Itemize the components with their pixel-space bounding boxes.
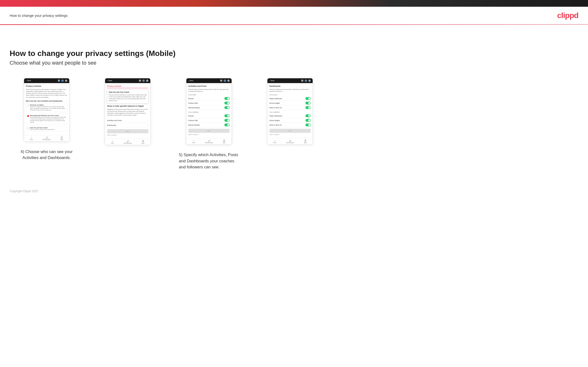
phone-1: ‹ Back 🔍 👤 ⚙ Privacy Controls Control ho… [24,78,69,142]
followers-manual-toggle[interactable] [224,124,230,126]
search-icon-4[interactable]: 🔍 [301,80,303,82]
followers-player-dash-toggle[interactable] [305,114,311,117]
phone-3-content: Activities and Posts Select the types of… [186,83,232,138]
home-icon-2: ⌂ [112,140,113,142]
screen4-save[interactable]: Save [269,129,311,133]
popup-title: Only You and Your Coach [109,91,147,93]
followers-drills-toggle[interactable] [224,119,230,122]
settings-icon-4[interactable]: ⚙ [308,80,311,82]
menu-icon-3: ☰ [223,140,225,142]
nav-performance-2[interactable]: 📈 My Performance [124,140,132,144]
toggle-followers-round-insights[interactable]: Round Insights [269,118,311,123]
settings-icon[interactable]: ⚙ [65,80,67,82]
link-dashboards[interactable]: Dashboards › [107,123,148,128]
toggle-coaches-round-insights[interactable]: Round Insights [269,101,311,105]
radio-everyone-text: Everyone on Clippd Everyone on Clippd ca… [30,104,66,111]
coaches-round-insights-toggle[interactable] [305,102,311,104]
coaches-rounds-toggle[interactable] [224,97,230,100]
search-icon-3[interactable]: 🔍 [220,80,223,82]
nav-menu-1[interactable]: ☰ Menu [61,136,63,140]
radio-option-coach[interactable]: Only You and Your Coach Only you and the… [26,126,67,132]
screen-group-1: ‹ Back 🔍 👤 ⚙ Privacy Controls Control ho… [10,78,84,161]
performance-label-3: My Performance [205,142,213,143]
search-icon[interactable]: 🔍 [58,80,60,82]
radio-option-followers[interactable]: Only Approved Followers and Your Coach O… [26,114,67,125]
person-icon[interactable]: 👤 [61,80,64,82]
link-activities[interactable]: Activities and Posts › [107,118,148,123]
nav-performance-3[interactable]: 📈 My Performance [205,140,213,143]
footer: Copyright Clippd 2022 [0,185,588,198]
nav-home-3[interactable]: ⌂ Home [192,140,195,143]
screen2-save[interactable]: Save [107,129,148,133]
phone-3-nav: ‹ Back 🔍 👤 ⚙ [186,78,232,83]
toggle-coaches-player-dash[interactable]: Player Dashboard [269,96,311,101]
phone-3-back[interactable]: ‹ Back [188,80,193,82]
toggle-coaches-manual[interactable]: Manual Activities [188,105,230,110]
screen4-followers-label: FOLLOWERS [269,111,311,113]
followers-round-insights-toggle[interactable] [305,119,311,122]
screen-group-4: ‹ Back 🔍 👤 ⚙ Dashboards Select the dashb… [253,78,327,150]
settings-icon-3[interactable]: ⚙ [227,80,230,82]
home-icon: ⌂ [31,136,32,139]
nav-performance-4[interactable]: 📈 My Performance [286,140,294,143]
menu-icon-2: ☰ [142,140,144,142]
toggle-followers-manual[interactable]: Manual Activities [188,123,230,127]
phone-1-back-label: Back [27,80,31,81]
screen3-save[interactable]: Save [188,129,230,133]
phone-2-back-label: Back [108,80,112,81]
logo: clippd [557,11,578,20]
performance-label-2: My Performance [124,143,132,144]
person-icon-3[interactable]: 👤 [224,80,226,82]
coaches-player-dash-toggle[interactable] [305,97,311,100]
toggle-coaches-work-on[interactable]: What To Work On [269,105,311,110]
toggle-followers-work-on[interactable]: What To Work On [269,123,311,127]
back-chevron-icon-4: ‹ [269,80,270,82]
person-icon-2[interactable]: 👤 [142,80,145,82]
toggle-followers-player-dash[interactable]: Player Dashboard [269,114,311,118]
nav-home-4[interactable]: ⌂ Home [273,140,276,143]
toggle-coaches-drills[interactable]: Practice Drills [188,101,230,105]
screen2-help: Help & Support [107,134,148,136]
phone-2-back[interactable]: ‹ Back [107,80,112,82]
nav-home-2[interactable]: ⌂ Home [111,140,114,144]
radio-coach-label: Only You and Your Coach [30,127,55,128]
person-icon-4[interactable]: 👤 [305,80,307,82]
phone-2-nav-icons: 🔍 👤 ⚙ [139,80,148,82]
followers-rounds-toggle[interactable] [224,114,230,117]
coaches-round-insights-label: Round Insights [269,102,280,104]
coaches-manual-toggle[interactable] [224,106,230,109]
screen4-help: Help & Support [269,134,311,135]
followers-work-on-toggle[interactable] [305,124,311,126]
header-title: How to change your privacy settings [10,13,68,17]
phone-3-bottom-nav: ⌂ Home 📈 My Performance ☰ Menu [186,138,232,144]
toggle-followers-rounds[interactable]: Rounds [188,114,230,118]
nav-performance-1[interactable]: 📈 My Performance [43,136,51,140]
nav-menu-2[interactable]: ☰ Menu [142,140,144,144]
toggle-followers-drills[interactable]: Practice Drills [188,118,230,123]
chart-icon-4: 📈 [289,140,292,142]
screen4-title: Dashboards [269,85,311,87]
coaches-work-on-toggle[interactable] [305,106,311,109]
header-divider [0,25,588,25]
screen2-tab[interactable]: Privacy Controls [107,85,148,88]
radio-coach-text: Only You and Your Coach Only you and the… [30,127,55,130]
back-chevron-icon: ‹ [26,80,27,82]
followers-player-dash-label: Player Dashboard [269,115,282,117]
phone-4-nav: ‹ Back 🔍 👤 ⚙ [268,78,313,83]
phone-1-back[interactable]: ‹ Back [26,80,31,82]
phone-1-nav-icons: 🔍 👤 ⚙ [58,80,67,82]
phone-1-bottom-nav: ⌂ Home 📈 My Performance ☰ Menu [24,135,69,141]
coaches-drills-toggle[interactable] [224,102,230,104]
caption-2: 5) Specify which Activities, Posts and D… [179,152,239,170]
settings-icon-2[interactable]: ⚙ [146,80,148,82]
back-chevron-icon-3: ‹ [188,80,189,82]
phone-4-back[interactable]: ‹ Back [269,80,274,82]
followers-drills-label: Practice Drills [188,120,198,121]
coaches-work-on-label: What To Work On [269,107,282,108]
toggle-coaches-rounds[interactable]: Rounds [188,96,230,101]
nav-menu-3[interactable]: ☰ Menu [223,140,225,143]
radio-option-everyone[interactable]: Everyone on Clippd Everyone on Clippd ca… [26,103,67,112]
search-icon-2[interactable]: 🔍 [139,80,141,82]
nav-menu-4[interactable]: ☰ Menu [304,140,307,143]
nav-home-1[interactable]: ⌂ Home [30,136,33,140]
